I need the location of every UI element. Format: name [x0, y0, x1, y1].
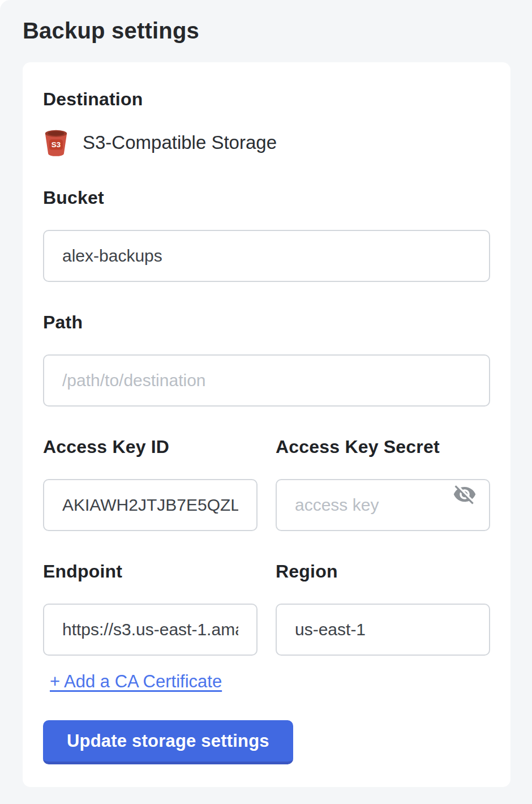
bucket-label: Bucket — [43, 187, 490, 208]
region-input[interactable] — [276, 604, 490, 656]
update-storage-settings-button[interactable]: Update storage settings — [43, 720, 293, 764]
svg-text:S3: S3 — [52, 140, 61, 149]
path-input[interactable] — [43, 354, 490, 407]
endpoint-label: Endpoint — [43, 561, 258, 582]
bucket-input[interactable] — [43, 230, 490, 282]
add-ca-certificate-link[interactable]: + Add a CA Certificate — [50, 672, 222, 692]
access-key-id-label: Access Key ID — [43, 436, 258, 457]
path-label: Path — [43, 311, 490, 333]
backup-settings-card: Destination S3 S3-Compatible Storage Buc… — [23, 62, 510, 787]
s3-bucket-icon: S3 — [43, 128, 69, 157]
eye-off-icon — [453, 482, 477, 506]
access-key-secret-wrap — [276, 457, 490, 531]
region-label: Region — [276, 561, 490, 582]
access-key-secret-label: Access Key Secret — [276, 436, 490, 457]
destination-row: S3 S3-Compatible Storage — [43, 128, 490, 157]
page-title: Backup settings — [23, 17, 510, 44]
access-key-id-input[interactable] — [43, 479, 258, 531]
destination-label: Destination — [43, 88, 490, 110]
backup-settings-page: Backup settings Destination S3 S3-Compat… — [0, 0, 532, 804]
endpoint-input[interactable] — [43, 604, 258, 656]
toggle-secret-visibility-button[interactable] — [453, 482, 477, 506]
destination-value: S3-Compatible Storage — [83, 132, 277, 153]
